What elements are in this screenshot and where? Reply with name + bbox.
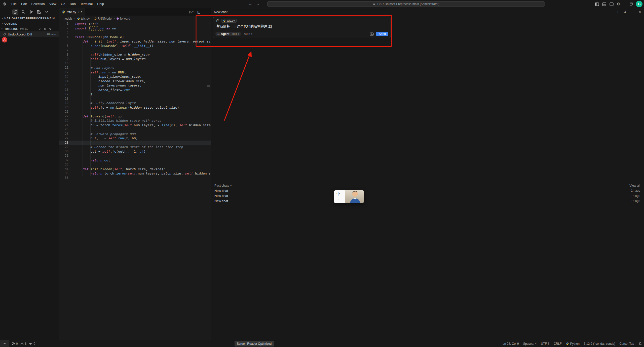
code-line-28[interactable]: 28 xyxy=(59,141,211,145)
window-restore-button[interactable] xyxy=(630,3,633,6)
refresh-icon[interactable]: ↻ xyxy=(44,27,46,31)
breadcrumb-file[interactable]: tsfc.py xyxy=(77,17,90,20)
ime-candidate[interactable]: 中 xyxy=(336,192,345,196)
line-number[interactable]: 4 xyxy=(59,35,68,39)
code-line-27[interactable]: 27 out, _ = self.rnn(x, h0) xyxy=(59,136,211,141)
encoding-setting[interactable]: UTF-8 xyxy=(541,342,549,345)
code-line-29[interactable]: 29 # Decode the hidden state of the last… xyxy=(59,145,211,149)
code-line-21[interactable]: 21 xyxy=(59,110,211,114)
line-number[interactable]: 8 xyxy=(59,53,68,57)
line-number[interactable]: 32 xyxy=(59,158,68,163)
past-chats-label[interactable]: Past chats xyxy=(214,184,229,187)
send-button[interactable]: Send xyxy=(376,32,388,36)
code-line-18[interactable]: 18 xyxy=(59,97,211,101)
close-panel-icon[interactable]: × xyxy=(639,10,641,14)
code-line-22[interactable]: 22 def forward(self, x): xyxy=(59,114,211,119)
past-chat-item[interactable]: New chat1h ago xyxy=(214,193,640,199)
language-mode[interactable]: Python xyxy=(566,342,579,345)
chat-message-input[interactable]: 帮我解释一下这个代码的结构和原理 xyxy=(216,24,272,29)
line-number[interactable]: 10 xyxy=(59,61,68,66)
line-number[interactable]: 12 xyxy=(59,70,68,75)
menu-view[interactable]: View xyxy=(47,0,59,8)
code-line-17[interactable]: 17 ) xyxy=(59,92,211,97)
filter-icon[interactable] xyxy=(49,27,52,30)
line-number[interactable]: 24 xyxy=(59,123,68,127)
code-line-11[interactable]: 11 # RNN Layers xyxy=(59,66,211,70)
code-line-5[interactable]: 5 def __init__(self, input_size, hidden_… xyxy=(59,39,211,44)
line-number[interactable]: 36 xyxy=(59,176,68,180)
timeline-section-header[interactable]: › TIMELINE tsfc.py ↻ ⋯ xyxy=(0,26,59,31)
menu-run[interactable]: Run xyxy=(67,0,78,8)
code-line-8[interactable]: 8 self.hidden_size = hidden_size xyxy=(59,53,211,57)
line-number[interactable]: 18 xyxy=(59,97,68,101)
window-minimize-button[interactable] xyxy=(623,3,626,6)
line-number[interactable]: 28 xyxy=(59,141,68,145)
line-number[interactable]: 19 xyxy=(59,101,68,105)
line-number[interactable]: 1 xyxy=(59,22,68,26)
code-line-30[interactable]: 30 out = self.fc(out[:, -1, :]) xyxy=(59,149,211,154)
remote-indicator[interactable]: >< xyxy=(0,340,9,347)
breadcrumb-class[interactable]: RNNModel xyxy=(94,17,112,20)
code-line-1[interactable]: 1import torch xyxy=(59,22,211,26)
line-number[interactable]: 6 xyxy=(59,44,68,48)
past-chat-item[interactable]: New chat1h ago xyxy=(214,198,640,204)
grammarly-widget[interactable]: G xyxy=(636,1,642,7)
menu-selection[interactable]: Selection xyxy=(29,0,47,8)
line-number[interactable]: 27 xyxy=(59,136,68,141)
toggle-left-sidebar-icon[interactable] xyxy=(595,2,599,6)
nav-back-icon[interactable]: ← xyxy=(249,2,252,6)
code-line-25[interactable]: 25 xyxy=(59,127,211,132)
ports-indicator[interactable]: 0 xyxy=(29,342,35,345)
screen-reader-toggle[interactable]: Screen Reader Optimized xyxy=(235,341,274,346)
line-number[interactable]: 29 xyxy=(59,145,68,149)
line-number[interactable]: 20 xyxy=(59,105,68,110)
line-number[interactable]: 17 xyxy=(59,92,68,97)
line-number[interactable]: 34 xyxy=(59,167,68,171)
more-actions-icon[interactable]: ⋯ xyxy=(54,27,57,31)
toggle-bottom-panel-icon[interactable] xyxy=(602,2,606,6)
menu-go[interactable]: Go xyxy=(59,0,67,8)
indentation-setting[interactable]: Spaces: 4 xyxy=(523,342,537,345)
line-number[interactable]: 11 xyxy=(59,66,68,70)
view-all-link[interactable]: View all xyxy=(629,184,640,187)
line-number[interactable]: 30 xyxy=(59,149,68,154)
tab-modified-dot[interactable]: ● xyxy=(81,11,82,13)
command-center[interactable]: HAR-Dataset-Preprocess-main [Administrat… xyxy=(267,1,545,7)
cursor-position[interactable]: Ln 28, Col 9 xyxy=(503,342,519,345)
code-line-15[interactable]: 15 num_layers=num_layers, xyxy=(59,83,211,88)
extension-badge-icon[interactable]: A xyxy=(2,37,7,42)
python-interpreter[interactable]: 3.12.9 ('.conda': conda) xyxy=(584,342,615,345)
add-context-button[interactable]: @ xyxy=(216,19,219,22)
line-number[interactable]: 15 xyxy=(59,83,68,88)
code-line-20[interactable]: 20 self.fc = nn.Linear(hidden_size, outp… xyxy=(59,105,211,110)
code-line-34[interactable]: 34 def init_hidden(self, batch_size, dev… xyxy=(59,167,211,171)
chat-more-icon[interactable]: ⋯ xyxy=(631,10,634,14)
run-dropdown-icon[interactable]: ▾ xyxy=(192,11,194,13)
model-selector[interactable]: Auto ▾ xyxy=(244,32,252,36)
breadcrumb-folder[interactable]: models xyxy=(63,17,72,20)
line-number[interactable]: 35 xyxy=(59,171,68,176)
code-line-36[interactable]: 36 xyxy=(59,176,211,180)
attach-image-icon[interactable] xyxy=(370,32,374,36)
new-chat-icon[interactable]: + xyxy=(617,10,619,14)
code-line-24[interactable]: 24 h0 = torch.zeros(self.num_layers, x.s… xyxy=(59,123,211,127)
split-editor-icon[interactable]: ◫ xyxy=(197,10,200,14)
code-line-2[interactable]: 2import torch.nn as nn xyxy=(59,26,211,31)
line-number[interactable]: 7 xyxy=(59,48,68,53)
line-number[interactable]: 31 xyxy=(59,154,68,158)
outline-section-header[interactable]: › OUTLINE xyxy=(0,21,59,26)
code-line-32[interactable]: 32 return out xyxy=(59,158,211,163)
code-line-23[interactable]: 23 # Initialize hidden state with zeros xyxy=(59,118,211,123)
source-control-view-icon[interactable] xyxy=(28,9,34,15)
code-line-13[interactable]: 13 input_size=input_size, xyxy=(59,74,211,79)
extensions-view-icon[interactable] xyxy=(36,9,42,15)
code-line-26[interactable]: 26 # Forward propagate RNN xyxy=(59,132,211,136)
line-number[interactable]: 22 xyxy=(59,114,68,119)
explorer-view-icon[interactable] xyxy=(12,9,18,15)
line-number[interactable]: 33 xyxy=(59,162,68,167)
problems-indicator[interactable]: 0 8 xyxy=(12,342,26,345)
code-line-16[interactable]: 16 batch_first=True xyxy=(59,88,211,92)
code-line-9[interactable]: 9 self.num_layers = num_layers xyxy=(59,57,211,61)
eol-setting[interactable]: CRLF xyxy=(554,342,561,345)
line-number[interactable]: 13 xyxy=(59,74,68,79)
